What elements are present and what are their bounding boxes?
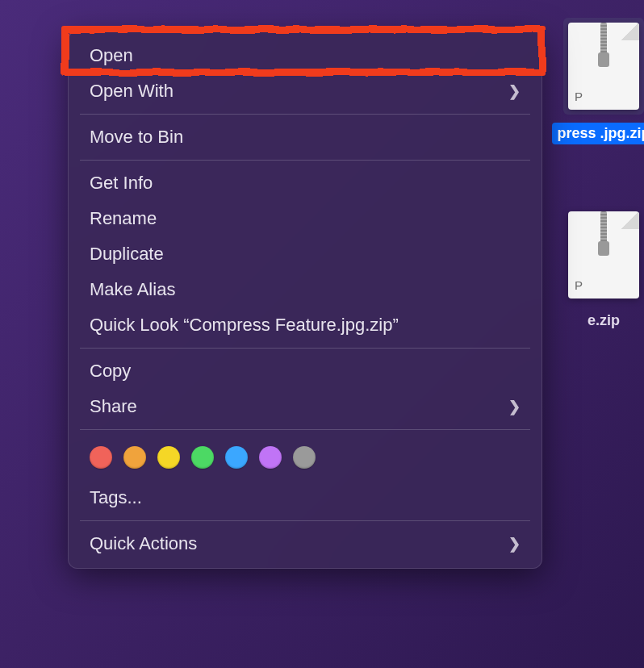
- tag-gray[interactable]: [293, 446, 316, 469]
- menu-label-copy: Copy: [90, 361, 131, 382]
- desktop-file-2[interactable]: P e.zip: [551, 207, 644, 330]
- chevron-right-icon: ❯: [508, 535, 521, 553]
- menu-separator: [80, 429, 530, 430]
- tag-orange[interactable]: [123, 446, 146, 469]
- menu-label-rename: Rename: [90, 208, 157, 229]
- file-label-2: e.zip: [551, 311, 644, 330]
- chevron-right-icon: ❯: [508, 398, 521, 415]
- open-menu-item[interactable]: Open: [69, 38, 542, 73]
- menu-label-open: Open: [90, 45, 133, 66]
- tag-purple[interactable]: [259, 446, 282, 469]
- move-to-bin-menu-item[interactable]: Move to Bin: [69, 119, 542, 155]
- menu-separator: [80, 160, 530, 161]
- zip-ext-label: P: [575, 278, 583, 292]
- context-menu: Open Open With ❯ Move to Bin Get Info Re…: [68, 31, 542, 569]
- quick-look-menu-item[interactable]: Quick Look “Compress Feature.jpg.zip”: [69, 307, 542, 343]
- zip-file-icon: P: [568, 211, 639, 299]
- menu-label-open-with: Open With: [90, 81, 174, 102]
- menu-label-share: Share: [90, 396, 137, 417]
- file-label-1: press .jpg.zip: [552, 123, 644, 144]
- zip-icon-wrapper: P: [563, 207, 644, 303]
- zip-icon-wrapper: P: [563, 18, 644, 115]
- copy-menu-item[interactable]: Copy: [69, 353, 542, 389]
- desktop-file-1[interactable]: P press .jpg.zip: [551, 18, 644, 144]
- menu-label-get-info: Get Info: [90, 173, 153, 194]
- make-alias-menu-item[interactable]: Make Alias: [69, 272, 542, 307]
- menu-separator: [80, 348, 530, 349]
- tags-menu-item[interactable]: Tags...: [69, 480, 542, 516]
- get-info-menu-item[interactable]: Get Info: [69, 165, 542, 201]
- tag-yellow[interactable]: [157, 446, 180, 469]
- menu-label-move-to-bin: Move to Bin: [90, 127, 183, 148]
- menu-label-tags: Tags...: [90, 487, 142, 508]
- tag-red[interactable]: [90, 446, 112, 469]
- menu-label-duplicate: Duplicate: [90, 244, 164, 265]
- rename-menu-item[interactable]: Rename: [69, 201, 542, 236]
- zip-file-icon: P: [568, 23, 639, 110]
- menu-separator: [80, 520, 530, 521]
- share-menu-item[interactable]: Share ❯: [69, 389, 542, 424]
- duplicate-menu-item[interactable]: Duplicate: [69, 236, 542, 272]
- chevron-right-icon: ❯: [508, 82, 521, 100]
- tags-row: [69, 435, 542, 480]
- menu-label-quick-look: Quick Look “Compress Feature.jpg.zip”: [90, 315, 399, 336]
- menu-label-make-alias: Make Alias: [90, 279, 175, 300]
- tag-green[interactable]: [191, 446, 214, 469]
- open-with-menu-item[interactable]: Open With ❯: [69, 73, 542, 109]
- menu-separator: [80, 114, 530, 115]
- quick-actions-menu-item[interactable]: Quick Actions ❯: [69, 526, 542, 562]
- tag-blue[interactable]: [225, 446, 248, 469]
- menu-label-quick-actions: Quick Actions: [90, 533, 197, 554]
- zip-ext-label: P: [575, 90, 583, 103]
